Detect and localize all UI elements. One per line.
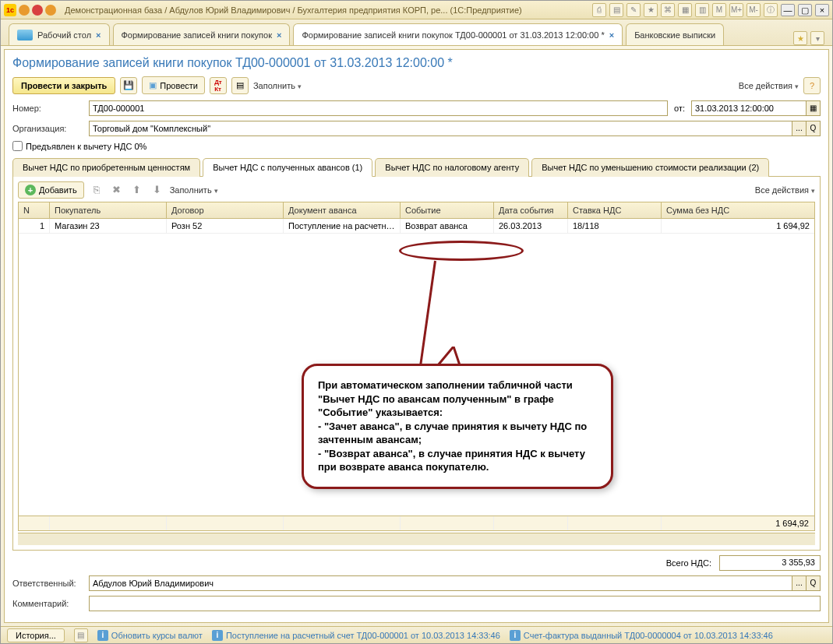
tab-content: + Добавить ⎘ ✖ ⬆ ⬇ Заполнить Все действи…: [12, 177, 821, 551]
h-scrollbar[interactable]: [18, 533, 815, 545]
sub-fill-button[interactable]: Заполнить: [170, 185, 218, 195]
m-minus-icon[interactable]: M-: [747, 3, 761, 17]
number-label: Номер:: [12, 104, 83, 113]
tab-close-icon[interactable]: ×: [96, 30, 101, 40]
tab-form2-label: Формирование записей книги покупок ТД00-…: [302, 30, 604, 40]
grid: N Покупатель Договор Документ аванса Соб…: [18, 202, 815, 531]
comment-field[interactable]: [89, 596, 821, 611]
select-icon[interactable]: ...: [792, 575, 807, 591]
open-icon[interactable]: Q: [807, 121, 821, 136]
resp-field[interactable]: [89, 575, 792, 591]
app-icon: 1c: [4, 4, 16, 16]
tb-cal-icon[interactable]: ▥: [695, 3, 709, 17]
col-rate[interactable]: Ставка НДС: [568, 202, 662, 218]
nav-fwd-icon[interactable]: [45, 5, 56, 16]
maximize-button[interactable]: ▢: [798, 4, 812, 16]
calendar-icon[interactable]: ▦: [807, 100, 821, 116]
m-icon[interactable]: M: [712, 3, 726, 17]
tab-menu-icon[interactable]: ▾: [810, 31, 824, 45]
tb-calc-icon[interactable]: ▦: [678, 3, 692, 17]
close-button[interactable]: ×: [815, 4, 829, 16]
info-icon: i: [212, 630, 223, 641]
col-contract[interactable]: Договор: [167, 202, 284, 218]
grid-header: N Покупатель Договор Документ аванса Соб…: [19, 202, 814, 219]
up-icon[interactable]: ⬆: [129, 182, 145, 198]
tab-desktop-label: Рабочий стол: [37, 30, 91, 40]
nav-stop-icon[interactable]: [32, 5, 43, 16]
cell-date: 26.03.2013: [494, 219, 568, 233]
info-icon: i: [97, 630, 108, 641]
org-field[interactable]: [89, 121, 792, 136]
tb-star-icon[interactable]: ★: [644, 3, 658, 17]
tb-clip-icon[interactable]: ✎: [627, 3, 641, 17]
cell-doc: Поступление на расчетны...: [284, 219, 401, 233]
total-nds-label: Всего НДС:: [666, 558, 711, 568]
report-icon[interactable]: ▤: [231, 77, 249, 94]
tb-link-icon[interactable]: ⌘: [661, 3, 675, 17]
page-title: Формирование записей книги покупок ТД00-…: [12, 56, 821, 70]
fav-star-icon[interactable]: ★: [793, 31, 807, 45]
tab-bank[interactable]: Банковские выписки: [626, 23, 724, 45]
down-icon[interactable]: ⬇: [150, 182, 165, 198]
total-nds-value: 3 355,93: [719, 555, 821, 571]
cell-contract: Розн 52: [167, 219, 284, 233]
titlebar: 1c Демонстрационная база / Абдулов Юрий …: [1, 1, 832, 19]
top-tabs: Рабочий стол × Формирование записей книг…: [1, 19, 832, 46]
col-n[interactable]: N: [19, 202, 50, 218]
grid-footer: 1 694,92: [19, 516, 814, 530]
fill-button[interactable]: Заполнить: [253, 81, 302, 90]
add-button[interactable]: + Добавить: [18, 181, 84, 199]
sb-link-doc1[interactable]: iПоступление на расчетный счет ТД00-0000…: [212, 630, 500, 641]
subtab-1[interactable]: Вычет НДС по приобретенным ценностям: [12, 158, 200, 177]
all-actions-button[interactable]: Все действия: [739, 81, 799, 90]
dtkt-icon[interactable]: ДтКт: [210, 77, 227, 94]
window-title: Демонстрационная база / Абдулов Юрий Вла…: [65, 5, 590, 15]
info-icon: i: [510, 630, 521, 641]
date-field[interactable]: [691, 100, 807, 116]
delete-icon[interactable]: ✖: [109, 182, 125, 198]
open-icon[interactable]: Q: [807, 575, 821, 591]
save-close-button[interactable]: Провести и закрыть: [12, 77, 115, 94]
tab-desktop[interactable]: Рабочий стол ×: [9, 23, 110, 45]
nds0-checkbox[interactable]: [12, 141, 23, 151]
copy-icon[interactable]: ⎘: [89, 182, 104, 198]
sb-link-rates[interactable]: iОбновить курсы валют: [97, 630, 203, 641]
subtoolbar: + Добавить ⎘ ✖ ⬆ ⬇ Заполнить Все действи…: [18, 181, 815, 199]
subtab-2[interactable]: Вычет НДС с полученных авансов (1): [203, 158, 372, 177]
grid-body[interactable]: 1 Магазин 23 Розн 52 Поступление на расч…: [19, 219, 814, 516]
col-event[interactable]: Событие: [401, 202, 494, 218]
tab-close-icon[interactable]: ×: [609, 30, 614, 40]
col-date[interactable]: Дата события: [494, 202, 568, 218]
tab-form2[interactable]: Формирование записей книги покупок ТД00-…: [293, 23, 623, 45]
save-icon[interactable]: 💾: [120, 77, 137, 94]
subtab-3[interactable]: Вычет НДС по налоговому агенту: [375, 158, 529, 177]
minimize-button[interactable]: —: [781, 4, 795, 16]
tab-form1-label: Формирование записей книги покупок: [122, 30, 273, 40]
cell-rate: 18/118: [568, 219, 662, 233]
select-icon[interactable]: ...: [792, 121, 807, 136]
col-buyer[interactable]: Покупатель: [50, 202, 167, 218]
subtabs: Вычет НДС по приобретенным ценностям Выч…: [12, 157, 821, 177]
comment-label: Комментарий:: [12, 599, 83, 608]
help-icon[interactable]: ⓘ: [764, 3, 778, 17]
m-plus-icon[interactable]: M+: [729, 3, 743, 17]
col-doc[interactable]: Документ аванса: [284, 202, 401, 218]
provesti-button[interactable]: ▣Провести: [142, 76, 205, 94]
org-label: Организация:: [12, 124, 83, 133]
tb-print-icon[interactable]: ⎙: [592, 3, 606, 17]
sub-all-actions[interactable]: Все действия: [755, 185, 815, 195]
tab-close-icon[interactable]: ×: [277, 30, 281, 40]
col-sum[interactable]: Сумма без НДС: [662, 202, 814, 218]
content-area: Формирование записей книги покупок ТД00-…: [4, 49, 829, 623]
tb-doc-icon[interactable]: ▤: [609, 3, 623, 17]
sb-tool-icon[interactable]: ▤: [74, 628, 88, 642]
history-button[interactable]: История...: [7, 628, 65, 642]
number-field[interactable]: [89, 100, 668, 116]
tab-form1[interactable]: Формирование записей книги покупок ×: [113, 23, 291, 45]
sb-link-doc2[interactable]: iСчет-фактура выданный ТД00-0000004 от 1…: [510, 630, 773, 641]
subtab-4[interactable]: Вычет НДС по уменьшению стоимости реализ…: [531, 158, 769, 177]
table-row[interactable]: 1 Магазин 23 Розн 52 Поступление на расч…: [19, 219, 814, 234]
help-button[interactable]: ?: [803, 77, 821, 94]
nav-back-icon[interactable]: [19, 5, 30, 16]
cell-event: Возврат аванса: [401, 219, 494, 233]
